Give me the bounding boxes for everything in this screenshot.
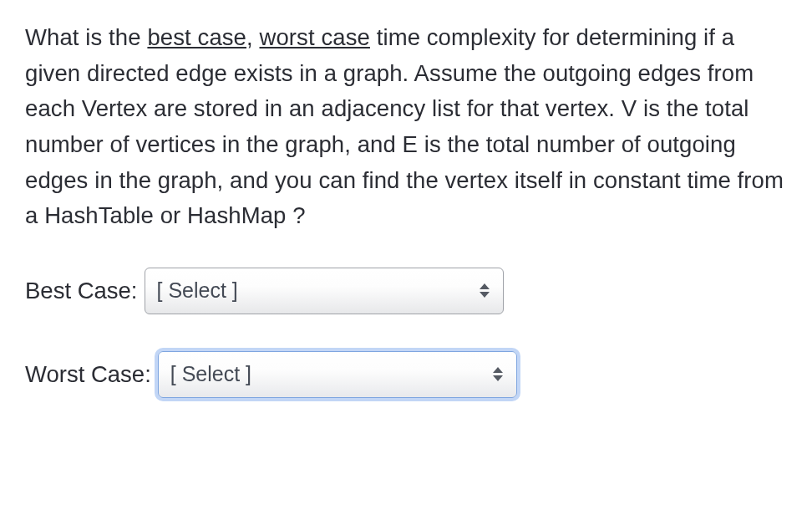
question-underline-worst: worst case	[260, 24, 370, 50]
best-case-label: Best Case:	[25, 278, 138, 304]
question-text-segment: ,	[246, 24, 259, 50]
question-text: What is the best case, worst case time c…	[25, 20, 787, 234]
stepper-icon	[480, 283, 490, 298]
worst-case-row: Worst Case: [ Select ]	[25, 351, 787, 398]
chevron-up-icon	[493, 367, 503, 373]
stepper-icon	[493, 367, 503, 381]
question-underline-best: best case	[147, 24, 246, 50]
question-text-segment: time complexity for determining if a giv…	[25, 24, 784, 228]
select-placeholder: [ Select ]	[170, 362, 251, 386]
worst-case-label: Worst Case:	[25, 361, 151, 388]
chevron-down-icon	[493, 375, 503, 381]
select-placeholder: [ Select ]	[157, 278, 238, 303]
best-case-row: Best Case: [ Select ]	[25, 268, 787, 314]
chevron-up-icon	[480, 283, 490, 289]
worst-case-select[interactable]: [ Select ]	[158, 351, 517, 398]
question-text-segment: What is the	[25, 24, 147, 50]
chevron-down-icon	[480, 292, 490, 298]
best-case-select[interactable]: [ Select ]	[145, 268, 504, 314]
